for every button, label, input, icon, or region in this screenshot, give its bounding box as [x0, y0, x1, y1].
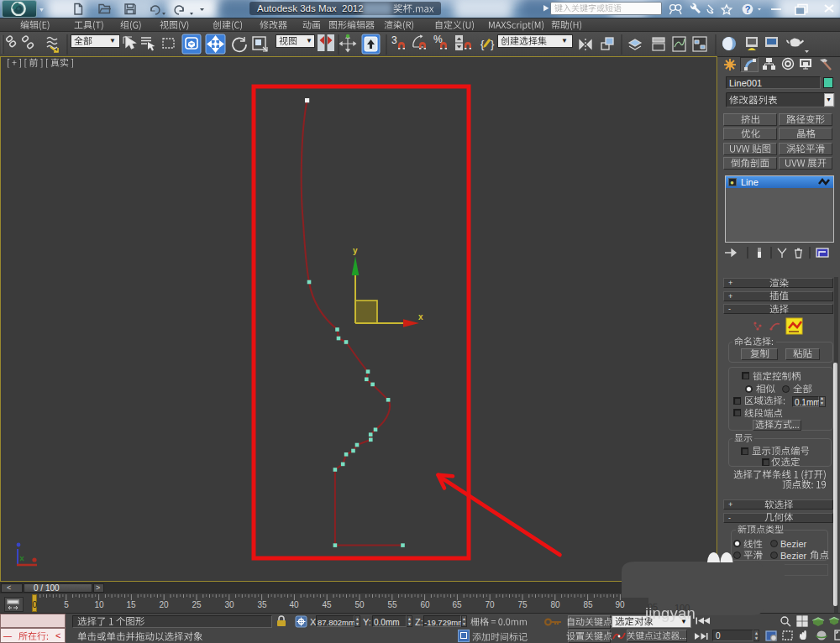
svg-text:?: ?: [745, 4, 751, 14]
svg-text:y: y: [353, 246, 358, 255]
svg-text:x: x: [418, 312, 423, 322]
